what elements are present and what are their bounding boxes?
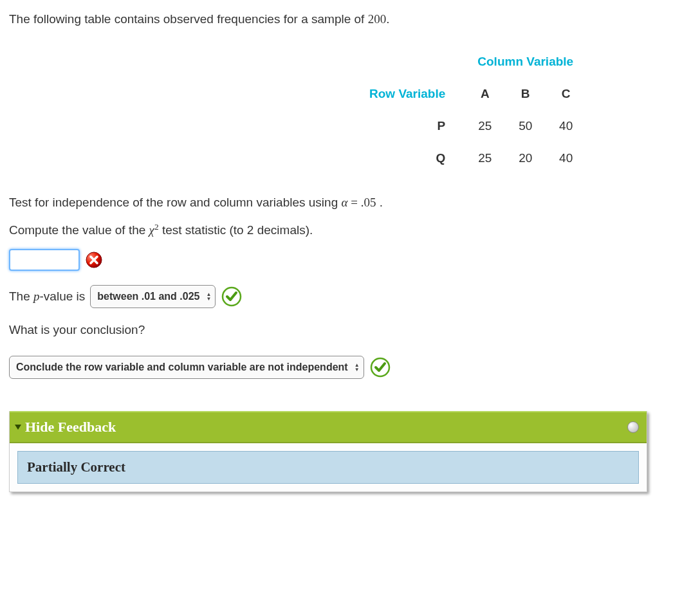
frequency-table: Column Variable Row Variable A B C P 25 … <box>356 46 586 174</box>
table-row: P 25 50 40 <box>356 110 586 142</box>
col-B: B <box>505 78 546 110</box>
pvalue-text: The p-value is <box>9 289 85 304</box>
alpha-symbol: α <box>341 196 347 209</box>
incorrect-icon <box>85 251 103 269</box>
column-variable-header: Column Variable <box>465 46 586 78</box>
chi-square-input[interactable] <box>9 249 80 271</box>
intro-suffix: . <box>386 12 389 26</box>
q2-prefix: Compute the value of the <box>9 223 149 237</box>
conclusion-prompt: What is your conclusion? <box>9 321 691 340</box>
independence-test-text: Test for independence of the row and col… <box>9 194 691 212</box>
pvalue-select[interactable]: between .01 and .025 ▲▼ <box>90 285 216 308</box>
row-P-label: P <box>356 110 465 142</box>
select-arrows-icon: ▲▼ <box>355 363 360 372</box>
q1-prefix: Test for independence of the row and col… <box>9 196 341 209</box>
row-variable-header: Row Variable <box>356 78 465 110</box>
q1-suffix: . <box>376 196 383 209</box>
conclusion-select[interactable]: Conclude the row variable and column var… <box>9 356 364 379</box>
cell-P-A: 25 <box>465 110 505 142</box>
pvalue-selected-label: between .01 and .025 <box>97 291 199 302</box>
sample-size: 200 <box>368 12 387 26</box>
q2-suffix: test statistic (to 2 decimals). <box>159 223 313 237</box>
intro-prefix: The following table contains observed fr… <box>9 12 368 26</box>
chi-symbol: χ <box>149 223 154 237</box>
p-symbol: p <box>33 289 40 303</box>
feedback-panel: Hide Feedback Partially Correct <box>9 411 647 492</box>
pvalue-mid: -value is <box>40 289 86 303</box>
pvalue-prefix: The <box>9 289 33 303</box>
select-arrows-icon: ▲▼ <box>206 292 211 301</box>
intro-text: The following table contains observed fr… <box>9 10 691 29</box>
cell-Q-C: 40 <box>546 142 586 174</box>
correct-icon <box>369 356 391 378</box>
alpha-value: .05 <box>361 196 376 209</box>
col-A: A <box>465 78 505 110</box>
cell-P-B: 50 <box>505 110 546 142</box>
correct-icon <box>221 286 243 308</box>
feedback-status: Partially Correct <box>17 451 639 484</box>
conclusion-selected-label: Conclude the row variable and column var… <box>16 362 348 373</box>
collapse-triangle-icon <box>15 425 21 430</box>
cell-P-C: 40 <box>546 110 586 142</box>
chi-exponent: 2 <box>154 222 159 232</box>
row-Q-label: Q <box>356 142 465 174</box>
col-C: C <box>546 78 586 110</box>
table-row: Q 25 20 40 <box>356 142 586 174</box>
refresh-icon[interactable] <box>627 421 639 433</box>
cell-Q-B: 20 <box>505 142 546 174</box>
cell-Q-A: 25 <box>465 142 505 174</box>
chi-square-prompt: Compute the value of the χ2 test statist… <box>9 221 691 240</box>
feedback-toggle[interactable]: Hide Feedback <box>10 411 647 443</box>
feedback-toggle-label: Hide Feedback <box>25 419 116 436</box>
q1-eq: = <box>347 196 360 209</box>
